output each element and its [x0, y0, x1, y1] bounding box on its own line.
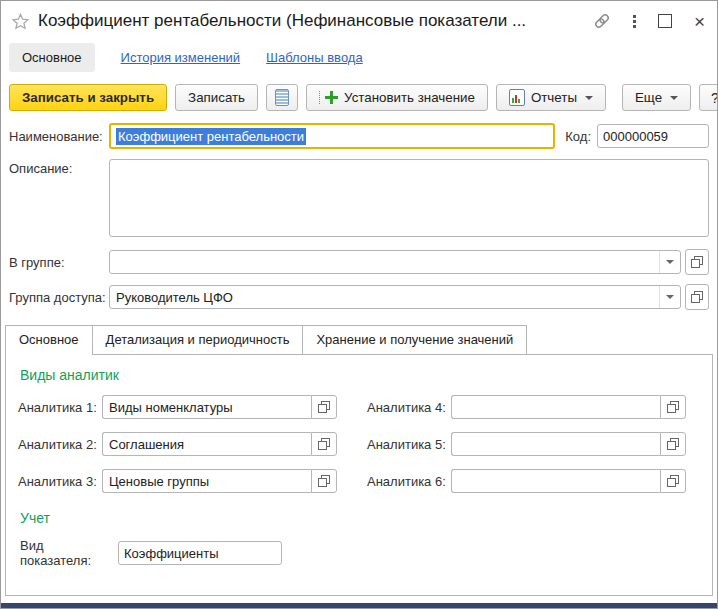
analytics-1-input[interactable]: Виды номенклатуры: [102, 395, 311, 419]
analytics-6-label: Аналитика 6:: [367, 474, 451, 489]
access-group-row: Группа доступа: Руководитель ЦФО: [9, 284, 709, 310]
analytics-5-label: Аналитика 5:: [367, 437, 451, 452]
analytics-2-label: Аналитика 2:: [18, 437, 102, 452]
accounting-section-title: Учет: [20, 510, 700, 526]
analytics-2-field-group: Соглашения: [102, 432, 337, 456]
code-input[interactable]: 000000059: [597, 124, 709, 148]
group-row: В группе:: [9, 249, 709, 275]
analytics-row: Аналитика 5:: [367, 432, 700, 456]
analytics-row: Аналитика 1: Виды номенклатуры: [18, 395, 351, 419]
analytics-1-label: Аналитика 1:: [18, 400, 102, 415]
save-and-close-button[interactable]: Записать и закрыть: [9, 84, 167, 111]
code-label: Код:: [565, 129, 591, 144]
list-icon: [275, 89, 289, 106]
description-textarea[interactable]: [109, 159, 709, 237]
analytics-4-label: Аналитика 4:: [367, 400, 451, 415]
analytics-4-input[interactable]: [451, 395, 660, 419]
open-icon: [667, 438, 679, 450]
group-combobox[interactable]: [109, 250, 681, 274]
more-button[interactable]: Еще: [622, 84, 691, 111]
analytics-6-field-group: [451, 469, 686, 493]
analytics-6-input[interactable]: [451, 469, 660, 493]
analytics-1-field-group: Виды номенклатуры: [102, 395, 337, 419]
reports-button[interactable]: Отчеты: [496, 84, 606, 111]
analytics-1-picker-button[interactable]: [311, 395, 337, 419]
close-button[interactable]: ×: [694, 12, 705, 31]
set-value-label: Установить значение: [344, 90, 475, 105]
analytics-4-field-group: [451, 395, 686, 419]
nav-item-main[interactable]: Основное: [9, 43, 95, 72]
open-icon: [667, 401, 679, 413]
analytics-grid: Аналитика 1: Виды номенклатуры Аналитика…: [18, 395, 700, 506]
dotted-line-icon: [319, 91, 322, 104]
save-button[interactable]: Записать: [175, 84, 258, 111]
name-label: Наименование:: [9, 129, 109, 144]
green-plus-icon: [325, 91, 338, 104]
set-value-button[interactable]: Установить значение: [306, 84, 488, 111]
open-icon: [318, 475, 330, 487]
analytics-3-input[interactable]: Ценовые группы: [102, 469, 311, 493]
more-label: Еще: [635, 90, 662, 105]
app-window: Коэффициент рентабельности (Нефинансовые…: [0, 0, 718, 609]
window-title: Коэффициент рентабельности (Нефинансовые…: [38, 11, 526, 31]
analytics-5-picker-button[interactable]: [660, 432, 686, 456]
analytics-2-input[interactable]: Соглашения: [102, 432, 311, 456]
analytics-section-title: Виды аналитик: [20, 367, 700, 383]
analytics-2-picker-button[interactable]: [311, 432, 337, 456]
tab-storage-retrieval[interactable]: Хранение и получение значений: [302, 325, 527, 355]
analytics-3-field-group: Ценовые группы: [102, 469, 337, 493]
analytics-column-right: Аналитика 4: Аналитика 5:: [367, 395, 700, 506]
name-row: Наименование: Коэффициент рентабельности…: [9, 123, 709, 149]
menu-dots-icon[interactable]: [633, 15, 636, 28]
reports-label: Отчеты: [531, 90, 577, 105]
title-bar: Коэффициент рентабельности (Нефинансовые…: [1, 1, 717, 41]
description-label: Описание:: [9, 159, 109, 176]
tab-bar: Основное Детализация и периодичность Хра…: [5, 324, 713, 354]
open-icon: [691, 256, 703, 268]
chevron-down-icon: [585, 96, 593, 100]
tab-main[interactable]: Основное: [5, 325, 93, 355]
analytics-row: Аналитика 3: Ценовые группы: [18, 469, 351, 493]
access-group-label: Группа доступа:: [9, 290, 109, 305]
analytics-column-left: Аналитика 1: Виды номенклатуры Аналитика…: [18, 395, 351, 506]
window-bottom-bar: [1, 603, 717, 608]
report-chart-icon: [509, 89, 525, 106]
analytics-3-picker-button[interactable]: [311, 469, 337, 493]
indicator-kind-input[interactable]: Коэффициенты: [118, 541, 282, 565]
indicator-kind-label: Вид показателя:: [20, 538, 118, 568]
analytics-4-picker-button[interactable]: [660, 395, 686, 419]
favorite-star-icon[interactable]: [11, 12, 30, 31]
tab-detailing-periodicity[interactable]: Детализация и периодичность: [92, 325, 304, 355]
analytics-3-label: Аналитика 3:: [18, 474, 102, 489]
nav-strip: Основное История изменений Шаблоны ввода: [1, 41, 717, 80]
toolbar: Записать и закрыть Записать Установить з…: [1, 80, 717, 117]
open-icon: [318, 401, 330, 413]
analytics-row: Аналитика 2: Соглашения: [18, 432, 351, 456]
tab-panel-main: Виды аналитик Аналитика 1: Виды номенкла…: [5, 354, 713, 596]
maximize-button[interactable]: [658, 14, 672, 28]
open-icon: [318, 438, 330, 450]
group-picker-button[interactable]: [685, 249, 709, 275]
tabs-zone: Основное Детализация и периодичность Хра…: [5, 324, 713, 596]
nav-item-change-history[interactable]: История изменений: [121, 43, 241, 72]
analytics-5-field-group: [451, 432, 686, 456]
chevron-down-icon: [670, 96, 678, 100]
description-row: Описание:: [9, 159, 709, 237]
analytics-6-picker-button[interactable]: [660, 469, 686, 493]
list-button[interactable]: [266, 84, 298, 111]
help-button[interactable]: ?: [699, 84, 718, 111]
dropdown-arrow-icon[interactable]: [659, 251, 680, 273]
group-label: В группе:: [9, 255, 109, 270]
analytics-row: Аналитика 6:: [367, 469, 700, 493]
nav-item-input-templates[interactable]: Шаблоны ввода: [266, 43, 363, 72]
link-icon[interactable]: [593, 12, 611, 30]
name-input[interactable]: Коэффициент рентабельности: [109, 123, 555, 149]
indicator-kind-row: Вид показателя: Коэффициенты: [20, 538, 700, 568]
access-group-combobox[interactable]: Руководитель ЦФО: [109, 285, 681, 309]
open-icon: [667, 475, 679, 487]
analytics-5-input[interactable]: [451, 432, 660, 456]
dropdown-arrow-icon[interactable]: [659, 286, 680, 308]
access-group-picker-button[interactable]: [685, 284, 709, 310]
analytics-row: Аналитика 4:: [367, 395, 700, 419]
access-group-value: Руководитель ЦФО: [110, 290, 659, 305]
